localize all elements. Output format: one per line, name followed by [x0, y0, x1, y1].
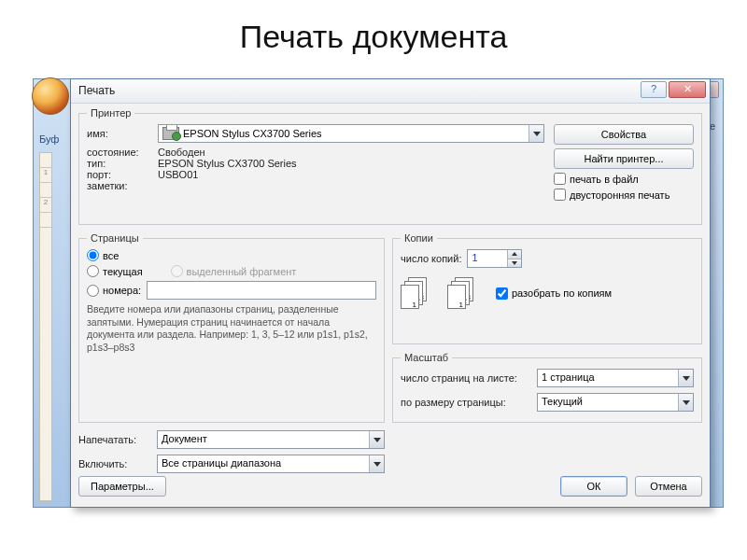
- office-button-icon: [32, 77, 69, 115]
- pages-group: Страницы все текущая выделенный фрагмент…: [78, 232, 385, 423]
- pages-numbers-radio[interactable]: номера:: [87, 285, 141, 297]
- dialog-footer: Параметры... ОК Отмена: [78, 473, 702, 499]
- pages-hint: Введите номера или диапазоны страниц, ра…: [87, 303, 376, 355]
- spinner-down-icon[interactable]: [508, 259, 521, 268]
- copies-group: Копии число копий: 1 321 321 разобрать п…: [392, 232, 702, 344]
- chevron-down-icon[interactable]: [369, 455, 384, 472]
- help-button[interactable]: [641, 81, 667, 98]
- pages-per-sheet-combo[interactable]: 1 страница: [537, 369, 694, 387]
- duplex-checkbox[interactable]: двусторонняя печать: [554, 189, 694, 201]
- printer-status-value: Свободен: [158, 147, 205, 158]
- printer-group: Принтер имя: EPSON Stylus CX3700 Series: [78, 107, 702, 225]
- chevron-down-icon[interactable]: [678, 370, 693, 386]
- printer-name-label: имя:: [87, 128, 152, 139]
- cancel-button[interactable]: Отмена: [635, 476, 702, 497]
- scale-group: Масштаб число страниц на листе: 1 страни…: [392, 352, 702, 423]
- parameters-button[interactable]: Параметры...: [78, 476, 166, 497]
- pages-legend: Страницы: [87, 232, 143, 244]
- chevron-down-icon[interactable]: [529, 125, 543, 142]
- slide-title: Печать документа: [0, 19, 747, 55]
- copies-spinner[interactable]: 1: [467, 249, 522, 268]
- print-what-label: Напечатать:: [78, 434, 151, 445]
- spinner-up-icon[interactable]: [508, 250, 521, 259]
- scale-legend: Масштаб: [401, 352, 452, 363]
- dialog-titlebar: Печать: [71, 79, 710, 104]
- copies-count-label: число копий:: [401, 253, 461, 264]
- print-dialog: Печать Принтер имя: EPSON Stylus CX3700 …: [70, 78, 711, 508]
- printer-notes-label: заметки:: [87, 180, 152, 191]
- scale-to-paper-combo[interactable]: Текущий: [537, 393, 694, 412]
- close-button[interactable]: [669, 81, 706, 98]
- collate-checkbox[interactable]: разобрать по копиям: [496, 287, 612, 300]
- printer-type-label: тип:: [87, 158, 152, 169]
- print-to-file-checkbox[interactable]: печать в файл: [554, 173, 694, 185]
- ok-button[interactable]: ОК: [560, 476, 627, 497]
- find-printer-button[interactable]: Найти принтер...: [554, 148, 694, 169]
- pages-numbers-input[interactable]: [147, 281, 376, 300]
- printer-name-value: EPSON Stylus CX3700 Series: [183, 128, 322, 139]
- collate-diagram-icon: 321 321: [401, 277, 477, 309]
- pages-per-sheet-label: число страниц на листе:: [401, 372, 531, 384]
- dialog-title: Печать: [78, 84, 115, 97]
- printer-icon: [162, 127, 179, 140]
- printer-port-value: USBO01: [158, 169, 198, 180]
- printer-name-combo[interactable]: EPSON Stylus CX3700 Series: [158, 124, 544, 143]
- copies-legend: Копии: [401, 232, 437, 244]
- include-combo[interactable]: Все страницы диапазона: [157, 455, 385, 473]
- scale-to-paper-label: по размеру страницы:: [401, 397, 531, 408]
- pages-all-radio[interactable]: все: [87, 249, 119, 261]
- properties-button[interactable]: Свойства: [554, 124, 694, 145]
- pages-current-radio[interactable]: текущая: [87, 265, 143, 277]
- ribbon-fragment-2: Буф: [39, 133, 59, 145]
- printer-type-value: EPSON Stylus CX3700 Series: [158, 158, 297, 169]
- include-label: Включить:: [78, 458, 151, 469]
- pages-selection-radio: выделенный фрагмент: [171, 265, 297, 277]
- print-what-combo[interactable]: Документ: [157, 430, 385, 449]
- printer-legend: Принтер: [87, 107, 134, 119]
- printer-port-label: порт:: [87, 169, 152, 180]
- chevron-down-icon[interactable]: [369, 431, 384, 448]
- chevron-down-icon[interactable]: [678, 394, 693, 411]
- printer-status-label: состояние:: [87, 147, 152, 158]
- vertical-ruler: 12: [39, 152, 52, 501]
